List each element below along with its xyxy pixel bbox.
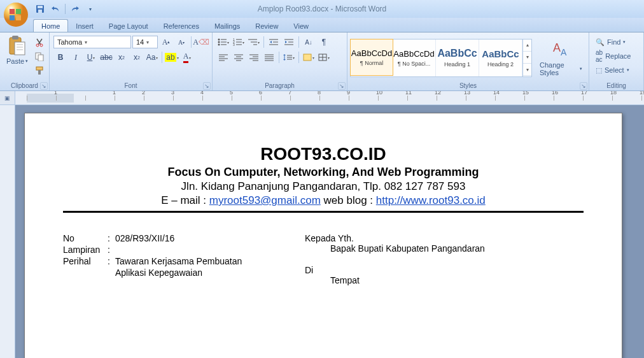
tab-insert[interactable]: Insert: [68, 20, 101, 32]
format-painter-icon[interactable]: [33, 65, 46, 76]
find-icon: 🔍: [596, 38, 605, 47]
paste-button[interactable]: Paste▾: [3, 34, 32, 66]
svg-text:A: A: [553, 41, 561, 54]
tab-page-layout[interactable]: Page Layout: [101, 20, 156, 32]
tab-review[interactable]: Review: [248, 20, 286, 32]
separator: [279, 52, 279, 63]
style-heading2[interactable]: AaBbCc Heading 2: [479, 39, 522, 76]
tab-home[interactable]: Home: [33, 19, 68, 32]
paragraph-launcher-icon[interactable]: ↘: [338, 82, 346, 90]
font-color-button[interactable]: A▾: [180, 51, 194, 64]
office-button[interactable]: [3, 1, 29, 28]
group-font: Tahoma▾ 14▾ A▴ A▾ A⌫ B I U▾ abc x2 x2 Aa…: [50, 32, 213, 90]
style-name: Heading 2: [487, 61, 514, 68]
copy-icon[interactable]: [33, 51, 46, 62]
sort-button[interactable]: A↓: [302, 36, 316, 48]
save-icon[interactable]: [34, 3, 46, 15]
font-name-combo[interactable]: Tahoma▾: [53, 36, 131, 48]
justify-button[interactable]: [262, 51, 276, 64]
vertical-ruler[interactable]: [0, 105, 15, 358]
undo-icon[interactable]: [50, 3, 61, 15]
style-preview: AaBbCc: [482, 48, 519, 59]
italic-button[interactable]: I: [69, 51, 83, 64]
email-link[interactable]: myroot593@gmail.com: [209, 194, 321, 206]
svg-rect-10: [15, 42, 25, 55]
style-name: ¶ No Spaci...: [398, 61, 430, 67]
clipboard-launcher-icon[interactable]: ↘: [40, 82, 48, 90]
align-left-button[interactable]: [216, 51, 230, 64]
cut-icon[interactable]: [33, 37, 46, 48]
svg-point-0: [4, 3, 28, 27]
style-no-spacing[interactable]: AaBbCcDd ¶ No Spaci...: [393, 39, 436, 76]
tab-mailings[interactable]: Mailings: [207, 20, 248, 32]
paste-label: Paste: [6, 57, 24, 65]
numbering-button[interactable]: 123▾: [232, 36, 246, 48]
email-prefix: E – mail :: [161, 194, 209, 206]
separator: [263, 36, 264, 48]
blog-prefix: web blog :: [321, 194, 376, 206]
line-spacing-button[interactable]: ▾: [282, 51, 296, 64]
svg-rect-18: [36, 67, 43, 70]
style-heading1[interactable]: AaBbCc Heading 1: [436, 39, 479, 76]
svg-point-24: [218, 44, 220, 46]
font-launcher-icon[interactable]: ↘: [203, 82, 211, 90]
styles-launcher-icon[interactable]: ↘: [580, 82, 587, 90]
style-preview: AaBbCcDd: [393, 49, 434, 59]
blog-link[interactable]: http://www.root93.co.id: [376, 194, 486, 206]
find-button[interactable]: 🔍Find▾: [594, 36, 632, 48]
multilevel-button[interactable]: ▾: [247, 36, 261, 48]
group-label-editing: Editing: [592, 81, 641, 90]
separator: [65, 4, 66, 14]
change-styles-icon: AA: [551, 39, 571, 60]
increase-indent-button[interactable]: [282, 36, 296, 48]
borders-button[interactable]: ▾: [317, 51, 331, 64]
perihal-value: Tawaran Kerjasama Pembuatan: [115, 256, 305, 266]
font-name-value: Tahoma: [57, 38, 82, 46]
tab-view[interactable]: View: [286, 20, 316, 32]
replace-icon: abac: [596, 49, 603, 63]
ribbon: Paste▾ Clipboard ↘ Tahoma▾ 14▾ A▴ A▾ A⌫: [0, 32, 644, 91]
clear-format-icon[interactable]: A⌫: [194, 36, 208, 48]
horizontal-ruler[interactable]: 11234567891011121314151617181920: [15, 91, 644, 104]
replace-button[interactable]: abacReplace: [594, 50, 632, 62]
bold-button[interactable]: B: [53, 51, 67, 64]
font-size-combo[interactable]: 14▾: [132, 36, 158, 48]
svg-rect-6: [38, 6, 43, 8]
strike-button[interactable]: abc: [99, 51, 113, 64]
redo-icon[interactable]: [69, 3, 81, 15]
shading-button[interactable]: ▾: [302, 51, 316, 64]
change-styles-button[interactable]: AA Change Styles▾: [536, 38, 586, 78]
bullets-button[interactable]: ▾: [216, 36, 230, 48]
find-label: Find: [607, 38, 620, 46]
doc-address: Jln. Kidang Pananjung Pangandaran, Tlp. …: [63, 180, 584, 193]
decrease-indent-button[interactable]: [267, 36, 281, 48]
superscript-button[interactable]: x2: [130, 51, 144, 64]
tab-references[interactable]: References: [156, 20, 207, 32]
svg-point-20: [218, 39, 220, 41]
paste-icon: [7, 36, 27, 56]
style-name: Heading 1: [444, 61, 470, 68]
style-gallery-more[interactable]: ▴▾▾: [522, 39, 531, 76]
select-button[interactable]: ⬚Select▾: [594, 64, 632, 76]
document-page[interactable]: ROOT93.CO.ID Focus On Cumputer, Networki…: [24, 113, 622, 358]
highlight-button[interactable]: ab▾: [165, 51, 179, 64]
align-right-button[interactable]: [247, 51, 261, 64]
doc-subtitle: Focus On Cumputer, Networking, And Web P…: [63, 166, 584, 179]
shrink-font-icon[interactable]: A▾: [174, 36, 188, 48]
underline-button[interactable]: U▾: [84, 51, 98, 64]
change-styles-label: Change Styles: [540, 61, 578, 76]
bapak-line: Bapak Bupati Kabupaten Pangandaran: [330, 243, 584, 254]
show-marks-button[interactable]: ¶: [317, 36, 331, 48]
grow-font-icon[interactable]: A▴: [159, 36, 173, 48]
style-normal[interactable]: AaBbCcDd ¶ Normal: [350, 39, 393, 76]
qat-more-icon[interactable]: ▾: [85, 3, 96, 15]
align-center-button[interactable]: [232, 51, 246, 64]
page-scroll[interactable]: ROOT93.CO.ID Focus On Cumputer, Networki…: [15, 105, 644, 358]
svg-text:3: 3: [233, 43, 235, 46]
svg-point-14: [36, 44, 39, 47]
subscript-button[interactable]: x2: [115, 51, 129, 64]
ruler-corner[interactable]: ▣: [0, 91, 15, 104]
group-label-styles: Styles: [350, 81, 586, 90]
replace-label: Replace: [605, 52, 631, 60]
change-case-button[interactable]: Aa▾: [145, 51, 159, 64]
